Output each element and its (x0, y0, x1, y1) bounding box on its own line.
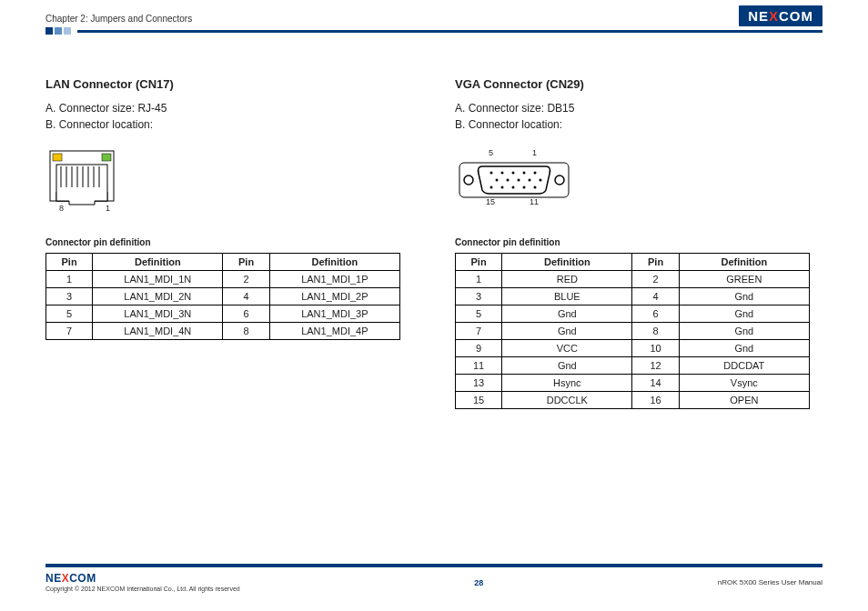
section-title: LAN Connector (CN17) (45, 77, 409, 91)
db15-diagram: 5 1 15 11 (455, 146, 819, 228)
table-cell: LAN1_MDI_3P (269, 306, 399, 323)
nexcom-logo-small: NEXCOM (45, 572, 96, 585)
table-cell: LAN1_MDI_2N (93, 288, 223, 306)
table-cell: LAN1_MDI_1P (269, 271, 399, 288)
chapter-title: Chapter 2: Jumpers and Connectors (45, 14, 823, 24)
logo-x: X (769, 8, 779, 24)
table-cell: 2 (223, 271, 269, 288)
table-cell: 7 (456, 323, 502, 340)
pin-label: 1 (106, 204, 110, 213)
th-def: Definition (679, 254, 809, 271)
table-cell: RED (502, 271, 632, 288)
page-number: 28 (474, 578, 483, 587)
pin-label: 5 (489, 148, 493, 157)
svg-point-16 (501, 172, 504, 175)
table-cell: DDCCLK (502, 392, 632, 409)
table-cell: 12 (632, 357, 679, 375)
svg-rect-2 (102, 154, 111, 161)
square-icon (45, 27, 53, 35)
lan-section: LAN Connector (CN17) A. Connector size: … (45, 77, 409, 409)
page-header: Chapter 2: Jumpers and Connectors NEXCOM (45, 0, 823, 41)
svg-point-22 (518, 179, 520, 182)
table-row: 3BLUE4Gnd (456, 288, 810, 306)
spec-line: B. Connector location: (455, 116, 819, 133)
table-caption: Connector pin definition (455, 237, 819, 247)
table-cell: LAN1_MDI_4N (93, 323, 223, 340)
table-cell: 1 (46, 271, 93, 288)
table-cell: 5 (46, 306, 93, 323)
svg-point-14 (555, 175, 564, 185)
svg-point-13 (464, 175, 473, 185)
th-pin: Pin (456, 254, 502, 271)
spec-line: A. Connector size: RJ-45 (45, 100, 409, 116)
rj45-diagram: 8 1 (45, 146, 409, 228)
vga-pin-table: Pin Definition Pin Definition 1RED2GREEN… (455, 253, 810, 409)
table-cell: VCC (502, 340, 632, 357)
table-cell: OPEN (679, 392, 809, 409)
svg-point-19 (534, 172, 537, 175)
logo-part: NE (748, 8, 769, 24)
spec-line: A. Connector size: DB15 (455, 100, 819, 116)
lan-pin-table: Pin Definition Pin Definition 1LAN1_MDI_… (45, 253, 400, 340)
table-cell: 4 (632, 288, 679, 306)
footer-rule (45, 564, 823, 569)
table-row: 11Gnd12DDCDAT (456, 357, 810, 375)
pin-label: 8 (59, 204, 64, 213)
manual-name: nROK 5X00 Series User Manual (718, 578, 823, 586)
table-cell: Gnd (679, 306, 809, 323)
table-cell: 14 (632, 375, 679, 392)
table-cell: LAN1_MDI_1N (93, 271, 223, 288)
table-cell: 2 (632, 271, 679, 288)
svg-point-21 (507, 179, 510, 182)
table-cell: 3 (456, 288, 502, 306)
svg-rect-12 (459, 163, 569, 197)
svg-point-20 (496, 179, 499, 182)
svg-point-25 (490, 186, 493, 189)
table-caption: Connector pin definition (45, 237, 409, 247)
svg-point-23 (529, 179, 531, 182)
svg-point-29 (534, 186, 537, 189)
table-cell: Gnd (502, 357, 632, 375)
table-cell: 8 (632, 323, 679, 340)
th-def: Definition (502, 254, 632, 271)
th-def: Definition (93, 254, 223, 271)
table-cell: 13 (456, 375, 502, 392)
th-pin: Pin (223, 254, 269, 271)
table-cell: 16 (632, 392, 679, 409)
table-cell: 9 (456, 340, 502, 357)
table-row: 1RED2GREEN (456, 271, 810, 288)
svg-point-28 (523, 186, 526, 189)
svg-point-18 (523, 172, 526, 175)
table-row: 7LAN1_MDI_4N8LAN1_MDI_4P (46, 323, 400, 340)
th-pin: Pin (632, 254, 679, 271)
table-cell: BLUE (502, 288, 632, 306)
header-rule (45, 27, 823, 36)
square-icon (55, 27, 62, 35)
copyright-text: Copyright © 2012 NEXCOM International Co… (45, 586, 240, 592)
table-row: 5Gnd6Gnd (456, 306, 810, 323)
divider (77, 30, 823, 33)
th-def: Definition (269, 254, 399, 271)
vga-section: VGA Connector (CN29) A. Connector size: … (455, 77, 819, 409)
svg-point-15 (490, 172, 493, 175)
table-cell: 8 (223, 323, 269, 340)
table-cell: 5 (456, 306, 502, 323)
square-icon (64, 27, 71, 35)
main-content: LAN Connector (CN17) A. Connector size: … (45, 77, 823, 409)
table-cell: Gnd (679, 323, 809, 340)
table-cell: 4 (223, 288, 269, 306)
table-cell: DDCDAT (679, 357, 809, 375)
nexcom-logo: NEXCOM (739, 5, 823, 26)
table-cell: LAN1_MDI_3N (93, 306, 223, 323)
table-cell: Gnd (679, 288, 809, 306)
th-pin: Pin (46, 254, 93, 271)
table-cell: Gnd (502, 323, 632, 340)
spec-line: B. Connector location: (45, 116, 409, 133)
section-title: VGA Connector (CN29) (455, 77, 819, 91)
footer-left: NEXCOM Copyright © 2012 NEXCOM Internati… (45, 572, 240, 593)
table-cell: LAN1_MDI_2P (269, 288, 399, 306)
table-cell: 6 (223, 306, 269, 323)
pin-label: 15 (486, 197, 495, 206)
table-cell: 11 (456, 357, 502, 375)
table-cell: 6 (632, 306, 679, 323)
